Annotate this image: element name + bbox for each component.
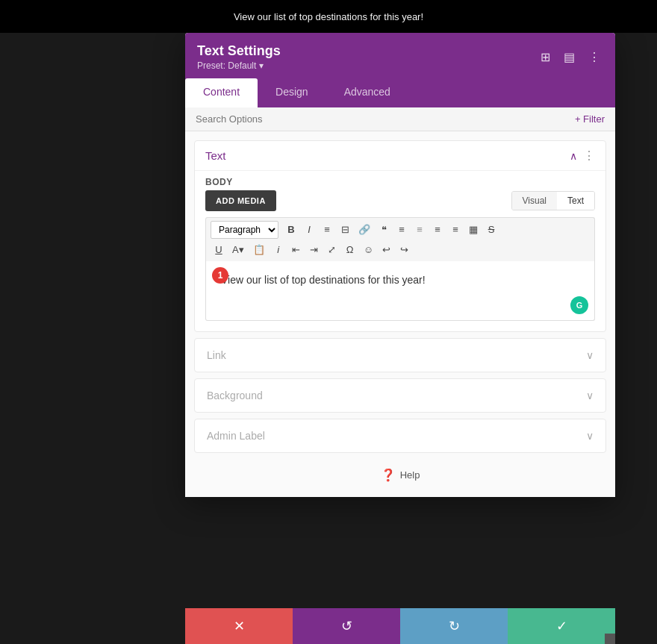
blockquote-button[interactable]: ❝ <box>376 222 392 238</box>
paragraph-select[interactable]: Paragraph <box>211 221 278 239</box>
filter-button[interactable]: + Filter <box>575 113 605 125</box>
text-section-header: Text ∧ ⋮ <box>195 141 605 171</box>
background-section[interactable]: Background ∨ <box>194 378 606 413</box>
visual-text-tabs: Visual Text <box>511 191 595 210</box>
visual-tab[interactable]: Visual <box>512 192 557 210</box>
add-media-row: ADD MEDIA Visual Text <box>205 190 595 211</box>
text-section: Text ∧ ⋮ Body ADD MEDIA Visual Text <box>194 140 606 332</box>
tab-advanced[interactable]: Advanced <box>326 78 408 107</box>
justify-button[interactable]: ≡ <box>447 222 464 238</box>
bottom-bar: ✕ ↺ ↻ ✓ <box>185 608 615 644</box>
section-controls: ∧ ⋮ <box>570 149 595 163</box>
body-text[interactable]: View our list of top destinations for th… <box>215 272 585 288</box>
text-section-title: Text <box>205 149 226 162</box>
resize-handle[interactable] <box>605 634 615 644</box>
admin-label-section[interactable]: Admin Label ∨ <box>194 419 606 453</box>
add-media-button[interactable]: ADD MEDIA <box>205 190 276 211</box>
underline-button[interactable]: U <box>211 242 227 258</box>
unordered-list-button[interactable]: ≡ <box>319 222 335 238</box>
modal-preset[interactable]: Preset: Default ▾ <box>197 60 281 71</box>
outdent-button[interactable]: ⇤ <box>288 242 305 258</box>
undo-button[interactable]: ↩ <box>379 242 395 258</box>
strikethrough-button[interactable]: S <box>483 222 499 238</box>
link-section-title: Link <box>207 349 226 361</box>
text-tab[interactable]: Text <box>557 192 594 210</box>
help-row: ❓ Help <box>185 453 615 497</box>
toolbar-row-1: Paragraph B I ≡ ⊟ 🔗 ❝ ≡ ≡ ≡ ≡ ▦ S <box>211 221 590 239</box>
emoji-button[interactable]: ☺ <box>360 242 377 258</box>
help-icon: ❓ <box>381 468 396 482</box>
modal-header-icons: ⊞ ▤ ⋮ <box>538 47 603 67</box>
toolbar-row-2: U A▾ 📋 i ⇤ ⇥ ⤢ Ω ☺ ↩ ↪ <box>211 242 590 258</box>
modal: Text Settings Preset: Default ▾ ⊞ ▤ ⋮ Co… <box>185 33 615 497</box>
ordered-list-button[interactable]: ⊟ <box>337 222 353 238</box>
paste-as-text-button[interactable]: 📋 <box>249 242 269 258</box>
redo-button[interactable]: ↪ <box>396 242 413 258</box>
undo-bottom-button[interactable]: ↺ <box>293 608 400 644</box>
editor-area: ADD MEDIA Visual Text Paragraph B I ≡ <box>195 190 605 331</box>
section-more-icon[interactable]: ⋮ <box>583 149 595 163</box>
admin-label-title: Admin Label <box>207 430 265 442</box>
special-chars-button[interactable]: Ω <box>342 242 358 258</box>
italic-button[interactable]: I <box>301 222 317 238</box>
editor-toolbar: Paragraph B I ≡ ⊟ 🔗 ❝ ≡ ≡ ≡ ≡ ▦ S <box>205 217 595 261</box>
indent-button[interactable]: ⇥ <box>306 242 323 258</box>
italic2-button[interactable]: i <box>270 242 287 258</box>
search-bar: + Filter <box>185 107 615 131</box>
step-badge: 1 <box>212 267 228 284</box>
redo-bottom-button[interactable]: ↻ <box>400 608 508 644</box>
align-left-button[interactable]: ≡ <box>393 222 410 238</box>
align-right-button[interactable]: ≡ <box>429 222 446 238</box>
modal-header: Text Settings Preset: Default ▾ ⊞ ▤ ⋮ <box>185 33 615 78</box>
admin-label-chevron-icon: ∨ <box>586 430 594 442</box>
cancel-button[interactable]: ✕ <box>185 608 293 644</box>
tab-design[interactable]: Design <box>258 78 326 107</box>
body-label: Body <box>195 171 605 190</box>
link-section[interactable]: Link ∨ <box>194 338 606 372</box>
grammarly-icon[interactable]: G <box>570 296 588 314</box>
modal-title: Text Settings <box>197 43 281 59</box>
link-button[interactable]: 🔗 <box>355 222 374 238</box>
fullscreen-icon[interactable]: ⊞ <box>538 47 553 67</box>
modal-header-left: Text Settings Preset: Default ▾ <box>197 43 281 71</box>
link-chevron-icon: ∨ <box>586 349 594 361</box>
top-bar-text: View our list of top destinations for th… <box>234 11 423 22</box>
confirm-button[interactable]: ✓ <box>508 608 615 644</box>
help-text[interactable]: Help <box>400 469 420 481</box>
table-button[interactable]: ▦ <box>465 222 482 238</box>
text-content-area[interactable]: 1 View our list of top destinations for … <box>205 261 595 321</box>
text-color-button[interactable]: A▾ <box>228 242 248 258</box>
tabs-bar: Content Design Advanced <box>185 78 615 107</box>
search-input[interactable] <box>196 113 575 125</box>
modal-content: Text ∧ ⋮ Body ADD MEDIA Visual Text <box>185 131 615 497</box>
columns-icon[interactable]: ▤ <box>561 47 578 67</box>
background-chevron-icon: ∨ <box>586 390 594 401</box>
fullscreen2-button[interactable]: ⤢ <box>324 242 340 258</box>
background-section-title: Background <box>207 390 263 401</box>
bold-button[interactable]: B <box>283 222 299 238</box>
tab-content[interactable]: Content <box>185 78 258 107</box>
top-bar: View our list of top destinations for th… <box>0 0 657 33</box>
align-center-button[interactable]: ≡ <box>411 222 428 238</box>
more-options-icon[interactable]: ⋮ <box>585 47 603 67</box>
collapse-chevron-icon[interactable]: ∧ <box>570 150 577 162</box>
